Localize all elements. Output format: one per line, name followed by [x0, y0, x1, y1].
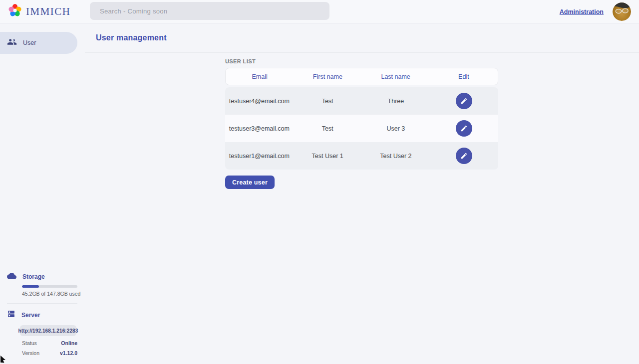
storage-progress-bar	[22, 285, 77, 288]
pencil-icon	[460, 152, 468, 160]
dns-server-icon	[7, 310, 15, 320]
server-status-row: Status Online	[22, 340, 77, 346]
storage-progress-fill	[22, 285, 39, 288]
table-header: Email First name Last name Edit	[225, 68, 498, 85]
immich-flower-logo-icon	[8, 3, 22, 19]
top-navbar: IMMICH Administration	[0, 0, 639, 23]
avatar[interactable]	[613, 2, 631, 21]
column-header-first-name: First name	[294, 73, 361, 80]
table-row: testuser3@email.com Test User 3	[225, 115, 498, 142]
create-user-button[interactable]: Create user	[225, 176, 275, 189]
storage-widget-header: Storage	[0, 272, 85, 281]
edit-user-button[interactable]	[456, 148, 472, 164]
status-label: Status	[22, 340, 37, 346]
edit-user-button[interactable]	[456, 120, 472, 137]
cell-first-name: Test User 1	[294, 153, 362, 160]
cell-email: testuser3@email.com	[225, 125, 294, 132]
cell-first-name: Test	[294, 98, 362, 105]
search-input[interactable]	[90, 2, 329, 20]
status-value: Online	[61, 340, 77, 346]
server-widget-header: Server	[0, 310, 85, 320]
sidebar-item-label: User	[23, 39, 36, 46]
table-body: testuser4@email.com Test Three testuser3…	[225, 87, 498, 170]
mouse-cursor	[0, 355, 8, 364]
page-title: User management	[96, 33, 167, 42]
sidebar-divider	[7, 303, 77, 304]
sidebar-footer: Storage 45.2GB of 147.8GB used Server ht…	[0, 272, 85, 364]
user-table: Email First name Last name Edit testuser…	[225, 68, 498, 170]
edit-user-button[interactable]	[456, 93, 472, 109]
user-list-heading: USER LIST	[225, 58, 639, 64]
server-url-badge: http://192.168.1.216:2283	[20, 325, 76, 336]
sidebar-item-user[interactable]: User	[0, 32, 77, 54]
cloud-icon	[7, 272, 16, 281]
pencil-icon	[460, 125, 468, 132]
administration-link[interactable]: Administration	[560, 8, 604, 15]
brand-name: IMMICH	[26, 5, 71, 18]
version-value: v1.12.0	[60, 350, 77, 356]
brand[interactable]: IMMICH	[8, 3, 71, 19]
people-icon	[7, 37, 17, 49]
cell-last-name: Three	[362, 98, 430, 105]
cell-first-name: Test	[294, 125, 362, 132]
cell-email: testuser1@email.com	[225, 153, 294, 160]
server-version-row: Version v1.12.0	[22, 350, 77, 356]
cell-email: testuser4@email.com	[225, 98, 294, 105]
cell-last-name: Test User 2	[362, 153, 430, 160]
pencil-icon	[460, 97, 468, 105]
storage-usage-text: 45.2GB of 147.8GB used	[22, 291, 85, 297]
cell-last-name: User 3	[362, 125, 430, 132]
column-header-email: Email	[226, 73, 294, 80]
column-header-edit: Edit	[430, 73, 498, 80]
table-row: testuser1@email.com Test User 1 Test Use…	[225, 142, 498, 170]
storage-title: Storage	[22, 273, 45, 280]
main-area: User management USER LIST Email First na…	[85, 23, 639, 364]
version-label: Version	[22, 350, 39, 356]
server-title: Server	[21, 312, 40, 319]
column-header-last-name: Last name	[362, 73, 430, 80]
sidebar: User Storage 45.2GB of 147.8GB used Serv…	[0, 23, 85, 364]
table-row: testuser4@email.com Test Three	[225, 87, 498, 115]
page-header: User management	[85, 23, 639, 53]
